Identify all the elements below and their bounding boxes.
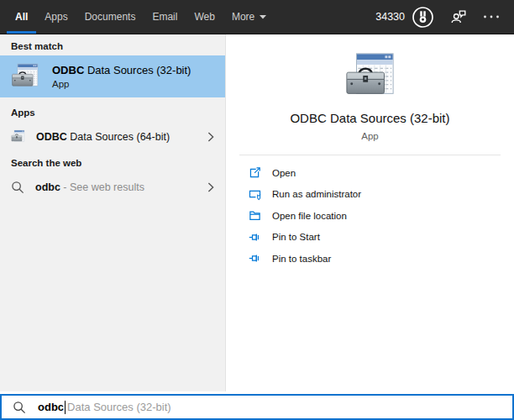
apps-section-header: Apps xyxy=(0,97,225,120)
search-query-text: odbc xyxy=(38,401,64,413)
search-results-area: Best match ODBC Data Sources (32-bit) Ap… xyxy=(0,34,514,391)
search-input[interactable]: odbc Data Sources (32-bit) xyxy=(0,394,514,420)
result-best-match-odbc-32bit[interactable]: ODBC Data Sources (32-bit) App xyxy=(0,55,225,97)
results-list-panel: Best match ODBC Data Sources (32-bit) Ap… xyxy=(0,34,226,391)
topbar-right-cluster: 34330 xyxy=(375,0,514,34)
person-chat-icon xyxy=(449,8,468,26)
web-see-results-label: - See web results xyxy=(60,181,144,193)
result-web-search-odbc[interactable]: odbc - See web results xyxy=(0,176,225,198)
preview-panel: ODBC Data Sources (32-bit) App Open Run … xyxy=(226,34,514,391)
more-options-button[interactable] xyxy=(481,7,501,27)
feedback-button[interactable] xyxy=(449,8,468,26)
chevron-right-icon[interactable] xyxy=(207,132,214,142)
action-pin-to-taskbar-label: Pin to taskbar xyxy=(272,254,331,264)
open-file-location-icon xyxy=(249,209,261,222)
web-query: odbc xyxy=(35,181,60,193)
best-match-title: ODBC Data Sources (32-bit) xyxy=(52,64,191,76)
tab-more[interactable]: More xyxy=(223,0,275,34)
web-result-text: odbc - See web results xyxy=(35,181,144,193)
action-run-as-administrator[interactable]: Run as administrator xyxy=(226,184,514,206)
action-pin-to-start[interactable]: Pin to Start xyxy=(226,227,514,249)
rewards-points-count: 34330 xyxy=(375,11,405,23)
best-match-texts: ODBC Data Sources (32-bit) App xyxy=(52,64,191,89)
action-pin-to-taskbar[interactable]: Pin to taskbar xyxy=(226,248,514,270)
result-odbc-64bit[interactable]: ODBC Data Sources (64-bit) xyxy=(0,125,225,148)
result-title-rest: Data Sources (64-bit) xyxy=(67,131,170,143)
tab-apps[interactable]: Apps xyxy=(36,0,76,34)
tab-documents-label: Documents xyxy=(85,11,136,23)
tab-documents[interactable]: Documents xyxy=(76,0,144,34)
medal-icon xyxy=(412,6,434,29)
tab-apps-label: Apps xyxy=(45,11,67,23)
search-icon xyxy=(11,181,24,194)
tab-email[interactable]: Email xyxy=(144,0,186,34)
action-open-file-location-label: Open file location xyxy=(272,211,347,221)
best-match-header: Best match xyxy=(0,34,225,54)
action-open[interactable]: Open xyxy=(226,162,514,184)
action-open-file-location[interactable]: Open file location xyxy=(226,205,514,227)
result-odbc-64bit-title: ODBC Data Sources (64-bit) xyxy=(36,131,170,143)
pin-icon xyxy=(249,231,261,244)
action-open-label: Open xyxy=(272,168,296,178)
action-pin-to-start-label: Pin to Start xyxy=(272,232,320,242)
search-icon xyxy=(13,401,26,414)
search-web-section-header: Search the web xyxy=(0,148,225,171)
odbc-toolbox-icon-large xyxy=(344,50,396,102)
filter-tabs: All Apps Documents Email Web More xyxy=(0,0,275,34)
chevron-down-icon xyxy=(260,15,266,19)
chevron-right-icon[interactable] xyxy=(207,182,214,192)
run-as-admin-shield-icon xyxy=(249,188,261,201)
text-cursor xyxy=(65,401,66,414)
odbc-toolbox-icon xyxy=(11,62,39,91)
ellipsis-icon xyxy=(481,7,501,27)
tab-email-label: Email xyxy=(152,11,177,23)
pin-icon xyxy=(249,252,261,265)
preview-app-title: ODBC Data Sources (32-bit) xyxy=(290,111,449,125)
tab-all-label: All xyxy=(15,11,28,23)
preview-divider xyxy=(239,155,501,155)
odbc-toolbox-icon-small xyxy=(11,129,25,144)
search-inline-suggestion: Data Sources (32-bit) xyxy=(67,401,171,413)
tab-more-label: More xyxy=(232,11,254,23)
windows-search-flyout: { "topbar": { "tabs": ["All", "Apps", "D… xyxy=(0,0,514,420)
best-match-title-rest: Data Sources (32-bit) xyxy=(84,64,191,76)
best-match-subtitle: App xyxy=(52,79,191,89)
best-match-title-bold: ODBC xyxy=(52,64,84,76)
search-filter-bar: All Apps Documents Email Web More 34330 xyxy=(0,0,514,34)
tab-web-label: Web xyxy=(194,11,214,23)
open-icon xyxy=(249,166,261,179)
action-run-as-admin-label: Run as administrator xyxy=(272,189,361,199)
tab-all[interactable]: All xyxy=(7,0,36,34)
result-title-bold: ODBC xyxy=(36,131,67,143)
rewards-button[interactable]: 34330 xyxy=(375,6,434,29)
tab-web[interactable]: Web xyxy=(186,0,223,34)
app-actions-list: Open Run as administrator Open file loca… xyxy=(226,162,514,270)
preview-app-type: App xyxy=(361,131,378,141)
